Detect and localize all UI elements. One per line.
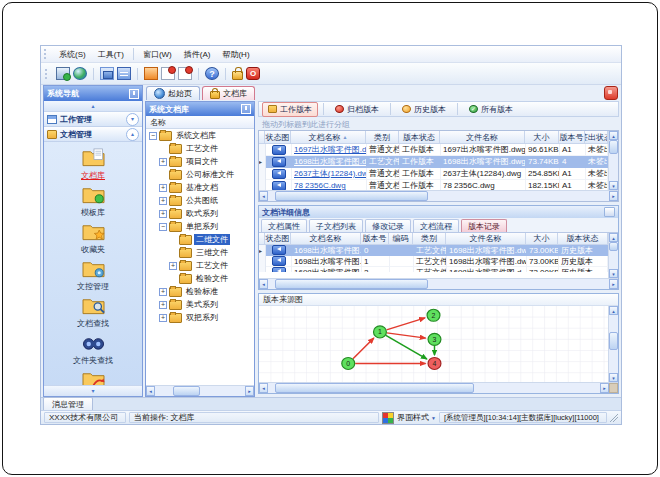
chevron-down-icon[interactable] bbox=[126, 113, 139, 126]
tree-node-5[interactable]: +公共图纸 bbox=[146, 194, 254, 207]
tree-node-7[interactable]: −单把系列 bbox=[146, 220, 254, 233]
cell-2-7[interactable]: 历史版本 bbox=[559, 267, 608, 272]
message-manager-tab[interactable]: 消息管理 bbox=[43, 397, 93, 410]
cell-2-2[interactable]: 普通文档 bbox=[367, 168, 400, 180]
tree-node-2[interactable]: +项目文件 bbox=[146, 155, 254, 168]
expand-icon[interactable]: + bbox=[159, 184, 167, 192]
mail-doc-icon[interactable] bbox=[144, 67, 158, 80]
tree-hscrollbar[interactable]: ◂▸ bbox=[146, 385, 254, 396]
cell-1-4[interactable]: 1698出水嘴零件图.dwg bbox=[441, 156, 526, 168]
cell-1-5[interactable]: 73.74KB bbox=[526, 156, 560, 168]
cell-2-2[interactable]: 2 bbox=[362, 267, 390, 272]
scroll-up-button[interactable]: ▴ bbox=[609, 131, 618, 140]
exit-icon[interactable] bbox=[246, 67, 260, 80]
scroll-thumb[interactable] bbox=[275, 279, 428, 289]
menu-item-3[interactable]: 插件(A) bbox=[178, 48, 217, 61]
ui-style-dropdown[interactable]: 界面样式 ▼ bbox=[397, 412, 436, 423]
column-header-0[interactable]: 状态图 bbox=[265, 233, 291, 245]
column-header-3[interactable]: 编码 bbox=[389, 233, 413, 245]
sidebar-item-6[interactable]: 签出的文档 bbox=[73, 369, 113, 385]
column-header-1[interactable]: 文档名称▲ bbox=[291, 131, 366, 144]
tree-node-6[interactable]: +欧式系列 bbox=[146, 207, 254, 220]
detail-tab-1[interactable]: 子文档列表 bbox=[309, 219, 363, 232]
cell-2-6[interactable]: 73.00KB bbox=[527, 267, 559, 272]
cell-0-6[interactable]: 73.00KB bbox=[527, 245, 559, 256]
menu-grip[interactable] bbox=[44, 49, 49, 59]
globe-icon[interactable] bbox=[73, 67, 87, 80]
scroll-right-button[interactable]: ▸ bbox=[600, 383, 609, 393]
cell-2-0[interactable] bbox=[266, 267, 292, 272]
grid-vscrollbar[interactable]: ▴▾ bbox=[608, 131, 618, 190]
scroll-left-button[interactable]: ◂ bbox=[259, 191, 268, 201]
version-graph-canvas[interactable]: 01234 bbox=[259, 306, 608, 382]
pin-icon[interactable] bbox=[241, 104, 251, 114]
scroll-thumb[interactable] bbox=[609, 332, 618, 349]
scroll-track[interactable] bbox=[609, 140, 618, 181]
scroll-left-button[interactable]: ◂ bbox=[259, 383, 268, 393]
tree-node-4[interactable]: +基准文档 bbox=[146, 181, 254, 194]
scroll-track[interactable] bbox=[268, 279, 609, 289]
sidebar-scroll-down-button[interactable] bbox=[44, 385, 142, 396]
detail-tab-4[interactable]: 版本记录 bbox=[461, 219, 507, 232]
cell-0-4[interactable]: 1697出水嘴零件图.dwg bbox=[441, 144, 526, 156]
table-row-1[interactable]: 1698出水嘴零件图.dwg工艺文件工作版本1698出水嘴零件图.dwg73.7… bbox=[259, 156, 608, 168]
cell-0-2[interactable]: 普通文档 bbox=[367, 144, 400, 156]
cell-1-4[interactable]: 工艺文件 bbox=[414, 256, 447, 267]
cell-1-5[interactable]: 1698出水嘴零件图.dwg bbox=[447, 256, 527, 267]
cell-3-1[interactable]: 78 2356C.dwg bbox=[292, 180, 367, 190]
sidebar-item-1[interactable]: 模板库 bbox=[81, 184, 106, 218]
sidebar-item-0[interactable]: 文档库 bbox=[81, 147, 106, 181]
version-button-3[interactable]: 所有版本 bbox=[463, 102, 519, 117]
scroll-left-button[interactable]: ◂ bbox=[146, 386, 155, 396]
column-header-6[interactable]: 大小 bbox=[526, 233, 558, 245]
cell-3-4[interactable]: 78 2356C.dwg bbox=[441, 180, 526, 190]
toolbar-grip[interactable] bbox=[45, 69, 50, 79]
version-button-0[interactable]: 工作版本 bbox=[262, 102, 318, 117]
tree-node-12[interactable]: +检验标准 bbox=[146, 285, 254, 298]
expand-icon[interactable]: + bbox=[159, 197, 167, 205]
cell-2-6[interactable]: A1 bbox=[560, 168, 586, 180]
scroll-thumb[interactable] bbox=[275, 383, 474, 393]
sidebar-collapse-button[interactable] bbox=[44, 101, 142, 112]
cell-0-0[interactable] bbox=[266, 144, 292, 156]
graph-hscrollbar[interactable]: ◂▸ bbox=[259, 382, 618, 393]
cell-2-7[interactable]: 未签出 bbox=[586, 168, 608, 180]
cell-2-1[interactable]: 2637主体(12284).dwg bbox=[292, 168, 367, 180]
expand-icon[interactable]: + bbox=[159, 288, 167, 296]
cell-0-7[interactable]: 历史版本 bbox=[559, 245, 608, 256]
cell-1-1[interactable]: 1698出水嘴零件图.dwg bbox=[292, 256, 362, 267]
sidebar-group-work[interactable]: 工作管理 bbox=[44, 112, 142, 127]
sidebar-item-3[interactable]: 文控管理 bbox=[77, 258, 109, 292]
column-header-2[interactable]: 类别 bbox=[366, 131, 399, 144]
cell-0-4[interactable]: 工艺文件 bbox=[414, 245, 447, 256]
scroll-track[interactable] bbox=[609, 242, 618, 269]
cell-2-4[interactable]: 工艺文件 bbox=[414, 267, 447, 272]
expand-icon[interactable]: + bbox=[159, 210, 167, 218]
sidebar-item-2[interactable]: 收藏夹 bbox=[81, 221, 106, 255]
menu-item-1[interactable]: 工具(T) bbox=[92, 48, 130, 61]
theme-palette-icon[interactable] bbox=[382, 412, 394, 424]
column-header-7[interactable]: 签出状态 bbox=[585, 131, 608, 144]
sidebar-item-5[interactable]: 文件夹查找 bbox=[73, 332, 113, 366]
sidebar-group-doc[interactable]: 文档管理 bbox=[44, 127, 142, 142]
column-header-2[interactable]: 版本号 bbox=[361, 233, 389, 245]
grid-vscrollbar[interactable]: ▴▾ bbox=[608, 233, 618, 278]
cell-1-2[interactable]: 工艺文件 bbox=[367, 156, 400, 168]
cell-1-0[interactable] bbox=[266, 156, 292, 168]
scroll-down-button[interactable]: ▾ bbox=[609, 269, 618, 278]
cell-1-3[interactable]: 工作版本 bbox=[400, 156, 441, 168]
grid-hscrollbar[interactable]: ◂▸ bbox=[259, 278, 618, 289]
scroll-track[interactable] bbox=[268, 383, 600, 393]
collapse-icon[interactable]: − bbox=[149, 132, 157, 140]
tree-node-11[interactable]: 检验文件 bbox=[146, 272, 254, 285]
table-row-0[interactable]: 1698出水嘴零件图.dwg0工艺文件1698出水嘴零件图.dwg73.00KB… bbox=[259, 245, 608, 256]
doc-badge-icon[interactable] bbox=[161, 67, 175, 80]
table-row-3[interactable]: 78 2356C.dwg普通文档工作版本78 2356C.dwg182.15KB… bbox=[259, 180, 608, 190]
scroll-down-button[interactable]: ▾ bbox=[609, 181, 618, 190]
cell-0-2[interactable]: 0 bbox=[362, 245, 390, 256]
detail-tab-0[interactable]: 文档属性 bbox=[261, 219, 307, 232]
cell-0-7[interactable]: 未签出 bbox=[586, 144, 608, 156]
monitor-icon[interactable] bbox=[56, 67, 70, 80]
cell-2-0[interactable] bbox=[266, 168, 292, 180]
cell-3-0[interactable] bbox=[266, 180, 292, 190]
